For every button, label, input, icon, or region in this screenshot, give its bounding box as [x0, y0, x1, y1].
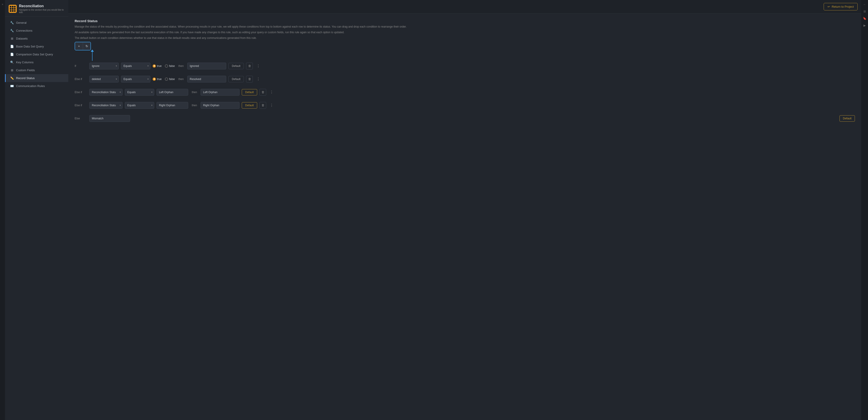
result-input-4[interactable]: [200, 102, 240, 109]
cond-label-4: Else if: [74, 104, 87, 107]
add-condition-button[interactable]: +: [75, 42, 83, 50]
condition-row-3: Else if Reconciliation Statu Equals Left…: [74, 87, 855, 97]
radio-false-label-1: false: [169, 64, 175, 68]
radio-group-1: true false: [153, 64, 175, 68]
sidebar-item-label-base-query: Base Data Set Query: [16, 45, 44, 48]
record-status-icon: ✏️: [10, 76, 14, 80]
refresh-icon: ↻: [86, 44, 88, 48]
value-display-3: Left Orphan: [156, 89, 188, 96]
operator-select-1[interactable]: Equals: [121, 63, 150, 69]
sidebar-item-custom-fields[interactable]: ⊞ Custom Fields: [5, 66, 68, 74]
more-button-4[interactable]: ⋮: [269, 102, 275, 108]
radio-true-1[interactable]: true: [153, 64, 162, 68]
collapse-icon[interactable]: »: [2, 3, 3, 6]
sidebar-item-communication-rules[interactable]: ✉️ Communication Rules: [5, 82, 68, 90]
content-area: Record Status Manage the status of the r…: [68, 13, 861, 420]
sidebar-item-label-datasets: Datasets: [16, 37, 28, 40]
sidebar-item-connections[interactable]: 🔧 Connections: [5, 27, 68, 35]
sidebar-item-label-connections: Connections: [16, 29, 32, 32]
more-button-2[interactable]: ⋮: [255, 76, 261, 82]
play-icon[interactable]: ▶: [864, 24, 866, 27]
more-button-1[interactable]: ⋮: [255, 63, 261, 69]
value-display-4: Right Orphan: [156, 102, 188, 109]
radio-false-label-2: false: [169, 77, 175, 81]
sidebar-item-label-record-status: Record Status: [16, 76, 35, 80]
field-select-2[interactable]: deleted: [89, 76, 119, 83]
else-value-display-5: Mismatch: [89, 115, 130, 122]
default-button-4[interactable]: Default: [242, 102, 257, 108]
field-select-wrapper-3: Reconciliation Statu: [89, 89, 123, 96]
result-input-3[interactable]: [200, 89, 240, 96]
sidebar-title-block: Reconciliation Navigate to the section t…: [19, 4, 65, 13]
sidebar-item-key-columns[interactable]: 🔍 Key Columns: [5, 58, 68, 66]
radio-dot-true-2: [153, 77, 156, 81]
conditions-list: If Ignore Equals true: [74, 61, 855, 124]
more-button-3[interactable]: ⋮: [269, 89, 275, 95]
operator-select-2[interactable]: Equals: [121, 76, 150, 83]
operator-select-wrapper-2: Equals: [121, 76, 150, 83]
cond-label-1: If: [74, 64, 87, 68]
default-button-1[interactable]: Default: [228, 63, 244, 69]
sidebar-item-label-key-columns: Key Columns: [16, 61, 33, 64]
delete-button-2[interactable]: 🗑: [246, 76, 253, 83]
right-strip: ← ⊞ 🔖 ▶: [861, 0, 868, 420]
radio-false-1[interactable]: false: [165, 64, 175, 68]
result-input-1[interactable]: [187, 63, 226, 69]
collapse-strip: »: [0, 0, 5, 420]
operator-select-3[interactable]: Equals: [125, 89, 154, 96]
delete-button-4[interactable]: 🗑: [259, 102, 266, 109]
field-select-3[interactable]: Reconciliation Statu: [89, 89, 123, 96]
section-desc2: All available options below are generate…: [74, 30, 855, 35]
sidebar-item-label-custom-fields: Custom Fields: [16, 68, 35, 72]
sidebar-item-general[interactable]: 🔧 General: [5, 19, 68, 27]
sidebar-item-base-query[interactable]: 📄 Base Data Set Query: [5, 42, 68, 51]
field-select-4[interactable]: Reconciliation Statu: [89, 102, 123, 109]
radio-false-2[interactable]: false: [165, 77, 175, 81]
radio-dot-true-1: [153, 64, 156, 68]
return-to-project-button[interactable]: ↩ Return to Project: [824, 3, 858, 10]
sidebar-item-label-comparison-query: Comparison Data Set Query: [16, 53, 53, 56]
arrow-line: [92, 52, 93, 61]
custom-fields-icon: ⊞: [10, 68, 14, 72]
sidebar: Reconciliation Navigate to the section t…: [5, 0, 68, 420]
base-query-icon: 📄: [10, 45, 14, 48]
connections-icon: 🔧: [10, 29, 14, 32]
toolbar-area: + ↻: [74, 42, 855, 61]
field-select-wrapper-1: Ignore: [89, 63, 119, 69]
sidebar-header: Reconciliation Navigate to the section t…: [5, 0, 68, 17]
refresh-button[interactable]: ↻: [83, 42, 90, 50]
delete-button-1[interactable]: 🗑: [246, 63, 253, 69]
condition-row-5: Else Mismatch Default: [74, 113, 855, 124]
field-select-wrapper-2: deleted: [89, 76, 119, 83]
condition-row-4: Else if Reconciliation Statu Equals Righ…: [74, 100, 855, 110]
cond-label-5: Else: [74, 117, 87, 120]
radio-true-2[interactable]: true: [153, 77, 162, 81]
operator-select-wrapper-1: Equals: [121, 63, 150, 69]
back-icon[interactable]: ←: [863, 3, 866, 6]
grid-view-icon[interactable]: ⊞: [864, 10, 866, 13]
key-columns-icon: 🔍: [10, 61, 14, 64]
delete-button-3[interactable]: 🗑: [259, 89, 266, 96]
communication-rules-icon: ✉️: [10, 84, 14, 88]
result-input-2[interactable]: [187, 76, 226, 83]
datasets-icon: ⊞: [10, 37, 14, 40]
sidebar-item-datasets[interactable]: ⊞ Datasets: [5, 35, 68, 42]
operator-select-4[interactable]: Equals: [125, 102, 154, 109]
cond-label-2: Else if: [74, 77, 87, 81]
default-button-2[interactable]: Default: [228, 76, 244, 82]
sidebar-item-label-communication-rules: Communication Rules: [16, 84, 45, 88]
default-button-5[interactable]: Default: [839, 115, 855, 122]
add-icon: +: [78, 44, 80, 48]
radio-dot-false-1: [165, 64, 168, 68]
then-label-1: then: [177, 64, 185, 68]
then-label-3: then: [190, 91, 198, 94]
app-icon: [9, 5, 17, 13]
bookmark-icon[interactable]: 🔖: [863, 17, 866, 20]
condition-row-1: If Ignore Equals true: [74, 61, 855, 71]
radio-dot-false-2: [165, 77, 168, 81]
default-button-3[interactable]: Default: [242, 89, 257, 95]
operator-select-wrapper-3: Equals: [125, 89, 154, 96]
sidebar-item-comparison-query[interactable]: 📄 Comparison Data Set Query: [5, 51, 68, 58]
field-select-1[interactable]: Ignore: [89, 63, 119, 69]
sidebar-item-record-status[interactable]: ✏️ Record Status: [5, 74, 68, 82]
